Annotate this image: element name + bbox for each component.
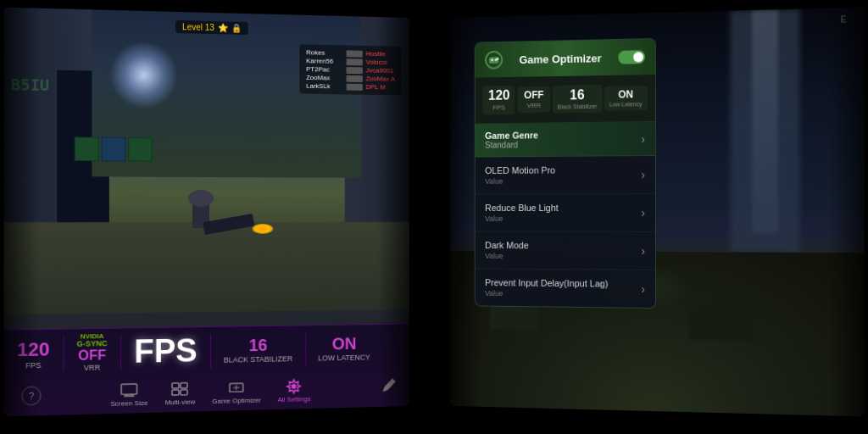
game-scene: B5IU Rokes Hostile <box>3 8 409 314</box>
input-delay-value: Value <box>485 289 608 298</box>
oled-motion-pro-label: OLED Motion Pro <box>485 165 555 175</box>
optimizer-game-icon <box>485 51 503 70</box>
optimizer-panel: Game Optimizer 120 FPS OFF VRR 16 <box>475 38 656 309</box>
game-genre-value: Standard <box>485 140 538 149</box>
screen-divider <box>433 0 435 434</box>
dark-mode-item[interactable]: Dark Mode Value › <box>476 231 655 270</box>
oled-motion-pro-item[interactable]: OLED Motion Pro Value › <box>476 156 655 195</box>
dark-mode-label: Dark Mode <box>485 240 529 250</box>
input-delay-chevron: › <box>641 282 645 296</box>
scoreboard: Rokes Hostile Karren56 Volocot PT2Pac Jv… <box>299 44 401 95</box>
help-button[interactable]: ? <box>21 386 41 405</box>
svg-rect-0 <box>121 384 136 395</box>
game-genre-item[interactable]: Game Genre Standard › <box>476 122 655 158</box>
toolbar-item-screen-size[interactable]: Screen Size <box>110 382 147 408</box>
left-screen: B5IU Rokes Hostile <box>3 8 409 417</box>
all-settings-label: All Settings <box>277 395 310 403</box>
score-row: LarkSLk DPL M <box>306 82 395 92</box>
oled-motion-pro-chevron: › <box>641 168 645 181</box>
game-genre-label: Game Genre <box>485 130 538 140</box>
game-optimizer-label: Game Optimizer <box>212 397 261 405</box>
opt-stat-vrr: OFF VRR <box>517 86 550 113</box>
fps-stat: 120 FPS <box>17 338 49 370</box>
right-game-background: E <box>450 8 864 417</box>
stabilizer-stat: 16 Black Stabilizer <box>224 335 293 364</box>
opt-stat-fps: 120 FPS <box>483 86 515 115</box>
screen-size-label: Screen Size <box>110 399 147 408</box>
optimizer-toggle[interactable] <box>618 50 645 64</box>
divider <box>210 334 211 368</box>
divider <box>305 332 306 366</box>
game-background: B5IU Rokes Hostile <box>3 8 409 417</box>
all-settings-icon <box>284 379 303 394</box>
edit-icon <box>381 376 398 393</box>
screen-size-icon <box>119 382 139 398</box>
multiview-icon <box>170 381 190 398</box>
divider <box>120 335 121 369</box>
reduce-blue-light-item[interactable]: Reduce Blue Light Value › <box>476 194 655 232</box>
edit-button[interactable] <box>381 376 398 397</box>
oled-motion-pro-value: Value <box>485 177 555 186</box>
multiview-label: Multi-view <box>165 398 196 406</box>
toolbar-item-all-settings[interactable]: All Settings <box>277 378 310 403</box>
hud-bottom: 120 FPS NVIDIA G-SYNC OFF VRR <box>3 324 409 417</box>
level-badge: Level 13 ⭐ 🔒 <box>175 20 248 35</box>
optimizer-title: Game Optimizer <box>503 51 618 66</box>
svg-rect-7 <box>181 390 187 395</box>
fps-big-stat: FPS <box>134 332 198 370</box>
svg-rect-5 <box>181 383 187 388</box>
toolbar-item-multiview[interactable]: Multi-view <box>165 381 196 406</box>
opt-stat-stabilizer: 16 Black Stabilizer <box>553 85 602 114</box>
score-row: ZooMax ZooMax A <box>306 74 395 83</box>
screen-container: B5IU Rokes Hostile <box>0 0 868 434</box>
latency-stat: ON Low Latency <box>318 334 370 363</box>
divider <box>63 336 64 370</box>
dark-mode-chevron: › <box>641 244 645 258</box>
svg-point-11 <box>292 384 297 389</box>
svg-rect-6 <box>172 390 179 395</box>
reduce-blue-light-chevron: › <box>641 206 645 220</box>
input-delay-label: Prevent Input Delay(Input Lag) <box>485 277 608 288</box>
optimizer-stats: 120 FPS OFF VRR 16 Black Stabilizer ON L… <box>476 75 655 124</box>
optimizer-header: Game Optimizer <box>476 39 655 78</box>
stats-row: 120 FPS NVIDIA G-SYNC OFF VRR <box>3 325 409 379</box>
game-genre-chevron: › <box>641 132 645 146</box>
svg-rect-4 <box>172 383 179 388</box>
reduce-blue-light-value: Value <box>485 214 559 223</box>
toolbar-item-game-optimizer[interactable]: Game Optimizer <box>212 380 261 405</box>
dark-mode-value: Value <box>485 252 529 260</box>
game-optimizer-icon <box>226 380 247 395</box>
light-effect <box>109 41 178 110</box>
input-delay-item[interactable]: Prevent Input Delay(Input Lag) Value › <box>476 269 655 308</box>
game-ground <box>3 221 409 314</box>
opt-stat-latency: ON Low Latency <box>604 86 648 111</box>
reduce-blue-light-label: Reduce Blue Light <box>485 203 559 213</box>
right-screen: E <box>450 8 864 417</box>
vrr-stat: NVIDIA G-SYNC OFF VRR <box>77 333 108 372</box>
toolbar: ? Screen Size <box>3 370 409 416</box>
